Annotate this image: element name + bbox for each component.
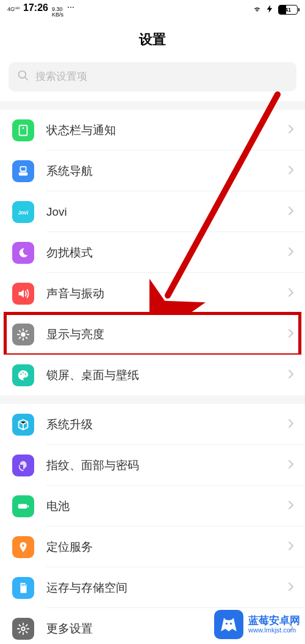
svg-rect-22	[21, 584, 23, 586]
row-lock-wallpaper[interactable]: 锁屏、桌面与壁纸	[0, 355, 305, 395]
row-label: 系统导航	[46, 163, 288, 179]
svg-line-12	[20, 330, 21, 331]
gear-icon	[12, 618, 34, 640]
chevron-right-icon	[288, 328, 294, 341]
chevron-right-icon	[288, 459, 294, 472]
moon-icon	[12, 242, 34, 264]
row-label: 显示与亮度	[46, 327, 288, 342]
row-location[interactable]: 定位服务	[0, 526, 305, 567]
svg-rect-4	[19, 172, 28, 175]
row-label: 勿扰模式	[46, 245, 288, 261]
watermark-name: 蓝莓安卓网	[248, 615, 300, 627]
row-system-upgrade[interactable]: 系统升级	[0, 404, 305, 445]
sd-card-icon	[12, 577, 34, 599]
row-battery[interactable]: 电池	[0, 486, 305, 526]
network-speed: 9.30KB/s	[52, 7, 63, 18]
brightness-icon	[12, 324, 34, 345]
row-label: 锁屏、桌面与壁纸	[46, 367, 288, 383]
chevron-right-icon	[288, 165, 294, 177]
sound-icon	[12, 283, 34, 305]
row-storage[interactable]: 运存与存储空间	[0, 567, 305, 608]
svg-line-13	[26, 337, 27, 338]
search-icon	[17, 69, 29, 84]
watermark-logo-icon	[214, 610, 243, 639]
row-jovi[interactable]: Jovi Jovi	[0, 191, 305, 232]
search-input-container[interactable]	[9, 62, 296, 91]
row-display-brightness[interactable]: 显示与亮度	[0, 314, 305, 355]
watermark-url: www.lmkjst.com	[248, 626, 300, 634]
row-label: 电池	[46, 498, 288, 514]
row-label: 运存与存储空间	[46, 580, 288, 596]
row-label: 定位服务	[46, 539, 288, 555]
svg-point-17	[23, 372, 24, 373]
battery-indicator: 41	[278, 5, 298, 15]
svg-line-14	[20, 337, 21, 338]
cube-icon	[12, 414, 34, 436]
svg-line-1	[25, 77, 28, 80]
signal-indicator: 4Gᴴᴰ	[7, 7, 20, 12]
chevron-right-icon	[288, 582, 294, 594]
svg-rect-2	[20, 125, 27, 135]
svg-point-7	[21, 332, 25, 336]
jovi-icon: Jovi	[12, 201, 34, 223]
chevron-right-icon	[288, 541, 294, 553]
row-dnd[interactable]: 勿扰模式	[0, 232, 305, 273]
svg-point-3	[23, 127, 24, 129]
svg-point-25	[21, 627, 25, 631]
svg-rect-23	[23, 584, 24, 586]
chevron-right-icon	[288, 206, 294, 218]
svg-rect-5	[20, 166, 26, 171]
chevron-right-icon	[288, 500, 294, 512]
row-label: 状态栏与通知	[46, 122, 288, 138]
charging-icon	[265, 4, 274, 15]
row-label: 系统升级	[46, 417, 288, 433]
svg-point-18	[25, 373, 26, 375]
status-bar: 4Gᴴᴰ 17:26 9.30KB/s ⋯ 41	[0, 0, 305, 19]
svg-rect-24	[25, 584, 26, 586]
watermark: 蓝莓安卓网 www.lmkjst.com	[214, 610, 300, 639]
svg-rect-19	[18, 504, 27, 508]
row-label: 指纹、面部与密码	[46, 458, 288, 473]
settings-group-2: 系统升级 指纹、面部与密码 电池 定位服务 运存与存储空间	[0, 404, 305, 644]
section-divider	[0, 101, 305, 110]
svg-point-16	[20, 373, 21, 375]
row-fingerprint-face[interactable]: 指纹、面部与密码	[0, 445, 305, 486]
svg-rect-20	[27, 505, 29, 508]
chevron-right-icon	[288, 124, 294, 136]
page-title: 设置	[0, 19, 305, 62]
svg-point-28	[230, 623, 232, 625]
row-system-navigation[interactable]: 系统导航	[0, 150, 305, 191]
chevron-right-icon	[288, 419, 294, 431]
more-indicator-icon: ⋯	[67, 3, 76, 12]
row-label: 声音与振动	[46, 286, 288, 302]
location-icon	[12, 536, 34, 558]
svg-point-21	[22, 544, 24, 547]
svg-text:Jovi: Jovi	[18, 210, 29, 215]
battery-percent: 41	[279, 7, 297, 13]
row-sound-vibration[interactable]: 声音与振动	[0, 273, 305, 314]
wifi-icon	[253, 4, 262, 15]
battery-icon	[12, 495, 34, 517]
chevron-right-icon	[288, 247, 294, 259]
svg-line-15	[26, 330, 27, 331]
row-label: Jovi	[46, 205, 288, 219]
settings-group-1: 状态栏与通知 系统导航 Jovi Jovi 勿扰模式 声音与振动	[0, 110, 305, 395]
clock: 17:26	[23, 2, 48, 13]
navigation-icon	[12, 160, 34, 182]
row-status-bar-notification[interactable]: 状态栏与通知	[0, 110, 305, 150]
section-divider	[0, 395, 305, 404]
svg-point-0	[19, 71, 26, 79]
chevron-right-icon	[288, 369, 294, 381]
chevron-right-icon	[288, 288, 294, 300]
notification-icon	[12, 119, 34, 141]
svg-point-27	[226, 623, 228, 625]
palette-icon	[12, 364, 34, 386]
search-input[interactable]	[35, 71, 288, 83]
fingerprint-icon	[12, 455, 34, 476]
